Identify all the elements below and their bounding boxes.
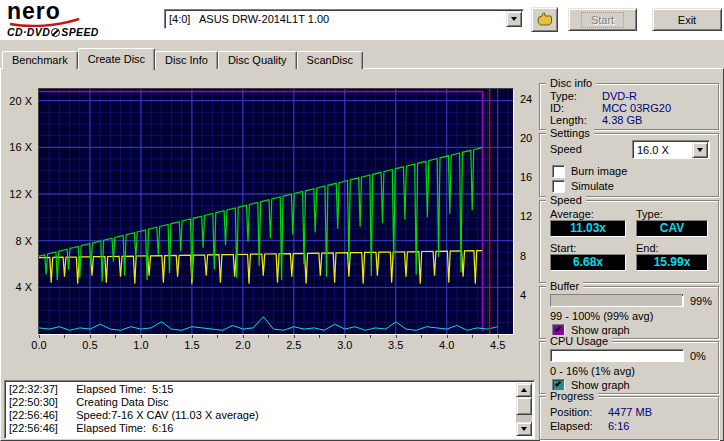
cpu-bar: [550, 349, 684, 362]
start-speed-value: 6.68x: [550, 254, 626, 271]
start-speed-label: Start:: [550, 242, 576, 254]
x-axis-tick-label: 0.5: [78, 339, 102, 351]
drive-select-dropdown-button[interactable]: [506, 11, 522, 27]
exit-button-label: Exit: [678, 14, 696, 26]
simulate-checkbox[interactable]: [552, 180, 565, 193]
y-axis-left-tick-label: 12 X: [1, 188, 32, 200]
x-axis-tick: [64, 335, 65, 338]
nero-cd-dvd-speed-window: nero CD·DVDSPEED [4:0] ASUS DRW-2014L1T …: [0, 0, 724, 441]
type-label: Type:: [636, 208, 663, 220]
scrollbar-thumb[interactable]: [516, 397, 532, 415]
x-axis-tick: [319, 335, 320, 338]
x-axis-tick-label: 1.5: [180, 339, 204, 351]
cpu-usage-group: CPU Usage 0% 0 - 16% (1% avg) Show graph: [539, 341, 719, 394]
nero-product-text: CD·DVDSPEED: [7, 26, 157, 38]
buffer-group: Buffer 99% 99 - 100% (99% avg) Show grap…: [539, 286, 719, 339]
elapsed-label: Elapsed:: [550, 420, 593, 432]
tab-bar: Benchmark Create Disc Disc Info Disc Qua…: [2, 47, 363, 69]
y-axis-right-tick-label: 4: [520, 289, 526, 301]
tab-scandisc[interactable]: ScanDisc: [297, 51, 363, 69]
y-axis-left-tick-label: 8 X: [1, 235, 32, 247]
x-axis-tick-label: 3.5: [384, 339, 408, 351]
start-button[interactable]: Start: [568, 8, 637, 31]
x-axis-tick: [345, 335, 346, 338]
x-axis-tick: [447, 335, 448, 338]
check-icon: [555, 325, 561, 331]
logo-product-left: CD·DVD: [7, 26, 50, 38]
speed-select[interactable]: 16.0 X: [632, 140, 710, 159]
log-entry: [22:56:46] Speed:7-16 X CAV (11.03 X ave…: [9, 409, 514, 422]
y-axis-left-tick-label: 20 X: [1, 95, 32, 107]
x-axis-tick-label: 2.5: [282, 339, 306, 351]
scroll-down-icon: [521, 427, 527, 431]
x-axis-tick: [294, 335, 295, 338]
log-panel: [22:32:37] Elapsed Time: 5:15 [22:50:30]…: [4, 380, 535, 439]
start-button-label: Start: [581, 12, 624, 28]
exit-button[interactable]: Exit: [652, 8, 722, 31]
log-entry: [22:32:37] Elapsed Time: 5:15: [9, 383, 514, 396]
y-axis-right-labels: 4812162024: [518, 89, 537, 334]
drive-select-value: [4:0] ASUS DRW-2014L1T 1.00: [165, 13, 506, 25]
speed-select-dropdown-button[interactable]: [692, 142, 708, 158]
simulate-label: Simulate: [571, 180, 614, 192]
x-axis-tick-label: 1.0: [129, 339, 153, 351]
speed-label: Speed: [550, 143, 582, 155]
scroll-up-button[interactable]: [516, 383, 532, 397]
end-speed-value: 15.99x: [636, 254, 708, 271]
disc-length-label: Length:: [550, 114, 587, 126]
average-speed-value: 11.03x: [550, 220, 626, 237]
scroll-down-button[interactable]: [516, 422, 532, 436]
disc-info-group: Disc info Type: DVD-R ID: MCC 03RG20 Len…: [539, 83, 719, 130]
log-entry: [22:50:30] Creating Data Disc: [9, 396, 514, 409]
tab-disc-quality[interactable]: Disc Quality: [218, 51, 297, 69]
speed-group: Speed Average: Type: 11.03x CAV Start: E…: [539, 200, 719, 283]
burn-image-label: Burn image: [571, 165, 627, 177]
drive-select[interactable]: [4:0] ASUS DRW-2014L1T 1.00: [164, 9, 524, 29]
log-scrollbar[interactable]: [516, 383, 532, 436]
x-axis-tick: [141, 335, 142, 338]
x-axis-tick: [370, 335, 371, 338]
x-axis-tick: [192, 335, 193, 338]
tab-create-disc[interactable]: Create Disc: [78, 48, 155, 70]
x-axis-tick: [421, 335, 422, 338]
speed-group-title: Speed: [546, 194, 586, 206]
buffer-percent: 99%: [690, 295, 712, 307]
x-axis-labels: 0.00.51.01.52.02.53.03.54.04.5: [1, 337, 538, 351]
x-axis-tick: [39, 335, 40, 338]
hand-icon: [536, 12, 554, 27]
tab-disc-info[interactable]: Disc Info: [155, 51, 218, 69]
average-label: Average:: [550, 208, 594, 220]
progress-group: Progress Position: 4477 MB Elapsed: 6:16: [539, 396, 719, 440]
burn-image-checkbox[interactable]: [552, 165, 565, 178]
x-axis-tick: [115, 335, 116, 338]
x-axis-tick-label: 2.0: [231, 339, 255, 351]
cpu-percent: 0%: [690, 350, 706, 362]
y-axis-right-tick-label: 8: [520, 250, 526, 262]
buffer-bar: [550, 294, 684, 307]
main-panel: 4 X8 X12 X16 X20 X 4812162024 0.00.51.01…: [0, 68, 724, 441]
speed-type-value: CAV: [636, 220, 708, 237]
x-axis-tick-label: 0.0: [27, 339, 51, 351]
disc-type-value: DVD-R: [602, 90, 637, 102]
disc-length-value: 4.38 GB: [602, 114, 642, 126]
settings-title: Settings: [546, 127, 594, 139]
x-axis-tick-label: 4.5: [486, 339, 510, 351]
buffer-bar-fill: [551, 295, 682, 306]
dropdown-arrow-icon: [511, 17, 517, 21]
tab-benchmark[interactable]: Benchmark: [2, 51, 78, 69]
cpu-range: 0 - 16% (1% avg): [550, 365, 635, 377]
log-entry: [22:56:46] Elapsed Time: 6:16: [9, 422, 514, 435]
disc-info-title: Disc info: [546, 77, 596, 89]
progress-title: Progress: [546, 390, 598, 402]
end-speed-label: End:: [636, 242, 659, 254]
buffer-title: Buffer: [546, 280, 583, 292]
x-axis-tick: [498, 335, 499, 338]
settings-group: Settings Speed 16.0 X Burn image Simulat…: [539, 133, 719, 197]
disc-id-value: MCC 03RG20: [602, 102, 671, 114]
x-axis-tick-label: 3.0: [333, 339, 357, 351]
buffer-range: 99 - 100% (99% avg): [550, 310, 653, 322]
y-axis-right-tick-label: 12: [520, 210, 532, 222]
y-axis-left-tick-label: 16 X: [1, 141, 32, 153]
eject-button[interactable]: [531, 7, 558, 32]
cpu-usage-title: CPU Usage: [546, 335, 612, 347]
